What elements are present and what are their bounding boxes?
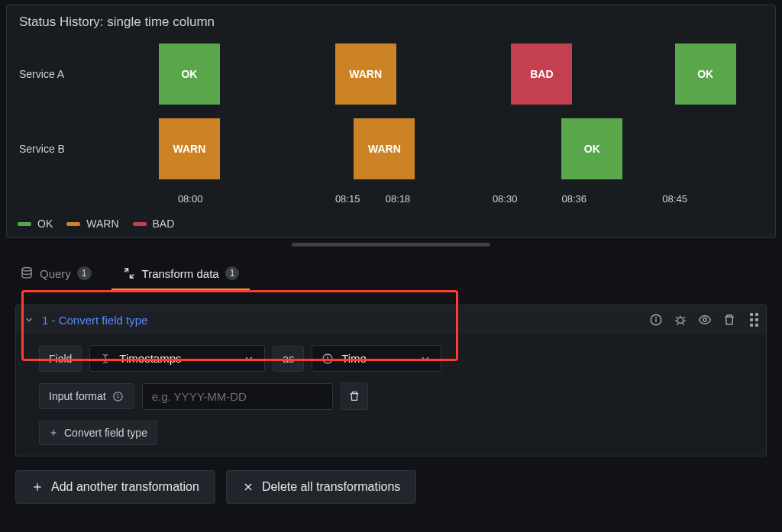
status-block[interactable]: BAD	[511, 44, 572, 105]
add-transformation-button[interactable]: Add another transformation	[15, 470, 215, 504]
tab-query[interactable]: Query 1	[15, 260, 96, 291]
legend-label: WARN	[86, 218, 118, 230]
tab-query-label: Query	[40, 267, 71, 280]
chevron-down-icon	[243, 353, 255, 365]
chevron-down-icon	[419, 353, 431, 365]
as-label: as	[273, 346, 304, 372]
status-block[interactable]: WARN	[335, 44, 396, 105]
add-transformation-label: Add another transformation	[51, 480, 199, 494]
svg-point-4	[677, 318, 683, 324]
row-label: Service A	[19, 68, 134, 80]
tab-transform[interactable]: Transform data 1	[118, 260, 244, 291]
legend: OKWARNBAD	[18, 218, 763, 230]
time-axis: 08:0008:1508:1808:3008:3608:45	[134, 193, 763, 210]
status-rows: Service AOKWARNBADOKService BWARNWARNOK	[19, 44, 763, 179]
status-block[interactable]: OK	[159, 44, 220, 105]
field-select-value: Timestamps	[119, 352, 181, 365]
field-row: Field Timestamps as Time	[39, 345, 758, 372]
type-select[interactable]: Time	[312, 345, 441, 372]
input-format-label-box: Input format	[39, 383, 134, 409]
panel-title: Status History: single time column	[19, 15, 763, 30]
editor-tabs: Query 1 Transform data 1	[0, 247, 782, 291]
legend-label: BAD	[153, 218, 175, 230]
plus-icon	[31, 481, 44, 493]
info-icon[interactable]	[112, 390, 124, 402]
field-select[interactable]: Timestamps	[89, 345, 265, 372]
legend-swatch	[66, 222, 80, 226]
drag-handle-icon[interactable]	[750, 313, 758, 327]
legend-item[interactable]: WARN	[66, 218, 118, 230]
transform-card: 1 - Convert field type Field Timestamps	[15, 305, 767, 456]
input-format-label: Input format	[49, 390, 106, 402]
add-convert-field-button[interactable]: Convert field type	[39, 421, 157, 445]
legend-item[interactable]: BAD	[133, 218, 175, 230]
trash-icon[interactable]	[722, 313, 736, 327]
database-icon	[20, 266, 34, 280]
footer-buttons: Add another transformation Delete all tr…	[0, 456, 782, 504]
status-block[interactable]: WARN	[354, 118, 415, 179]
field-label: Field	[39, 346, 82, 372]
transform-header[interactable]: 1 - Convert field type	[16, 305, 766, 334]
clock-icon	[322, 353, 334, 365]
row-track: WARNWARNOK	[134, 118, 763, 179]
svg-point-3	[656, 318, 657, 318]
transform-title: 1 - Convert field type	[42, 314, 147, 327]
transform-editor: 1 - Convert field type Field Timestamps	[0, 291, 782, 456]
status-history-panel: Status History: single time column Servi…	[6, 5, 776, 238]
trash-icon	[348, 390, 360, 402]
text-cursor-icon	[99, 353, 111, 365]
delete-transformations-button[interactable]: Delete all transformations	[226, 470, 416, 504]
axis-tick: 08:36	[562, 193, 587, 205]
axis-tick: 08:45	[662, 193, 687, 205]
transform-icon	[122, 266, 136, 280]
delete-transformations-label: Delete all transformations	[262, 480, 400, 494]
eye-icon[interactable]	[698, 313, 712, 327]
legend-label: OK	[37, 218, 53, 230]
tab-query-count: 1	[77, 266, 92, 280]
plus-icon	[49, 428, 58, 437]
row-track: OKWARNBADOK	[134, 44, 763, 105]
legend-swatch	[18, 222, 31, 226]
status-block[interactable]: OK	[675, 44, 736, 105]
axis-tick: 08:15	[335, 193, 360, 205]
type-select-value: Time	[341, 352, 367, 365]
status-block[interactable]: OK	[561, 118, 622, 179]
close-icon	[242, 481, 254, 493]
svg-point-0	[22, 268, 31, 272]
svg-point-10	[118, 394, 118, 395]
tab-transform-label: Transform data	[142, 267, 219, 280]
svg-point-5	[703, 318, 707, 322]
axis-tick: 08:18	[386, 193, 411, 205]
chevron-down-icon	[24, 314, 34, 325]
legend-item[interactable]: OK	[18, 218, 53, 230]
row-label: Service B	[19, 143, 134, 155]
axis-tick: 08:00	[178, 193, 203, 205]
legend-swatch	[133, 222, 147, 226]
tab-transform-count: 1	[225, 266, 240, 280]
bug-icon[interactable]	[674, 313, 687, 327]
axis-tick: 08:30	[493, 193, 518, 205]
status-row: Service BWARNWARNOK	[19, 118, 763, 179]
input-format-row: Input format	[39, 382, 758, 410]
clear-input-format-button[interactable]	[341, 382, 368, 410]
status-row: Service AOKWARNBADOK	[19, 44, 763, 105]
status-block[interactable]: WARN	[159, 118, 220, 179]
input-format-field[interactable]	[142, 383, 333, 410]
transform-body: Field Timestamps as Time	[16, 334, 766, 456]
add-convert-field-label: Convert field type	[64, 427, 147, 439]
info-icon[interactable]	[649, 313, 663, 327]
